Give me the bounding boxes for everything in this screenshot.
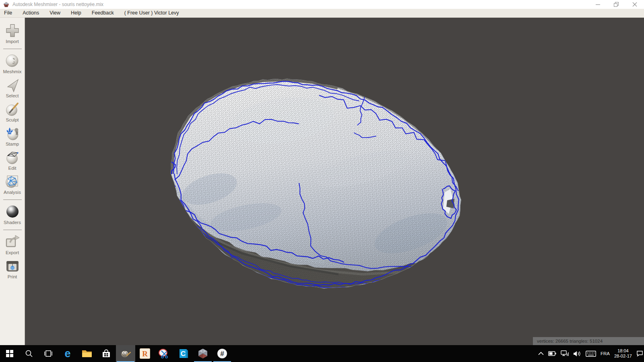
minimize-button[interactable] [588, 0, 607, 9]
tool-label: Edit [8, 166, 17, 171]
meshmix-face-sphere-icon [4, 53, 20, 69]
sidebar-item-shaders[interactable]: Shaders [4, 204, 21, 225]
sidebar-item-export[interactable]: Export [4, 234, 21, 255]
svg-text:C: C [181, 350, 186, 358]
minimize-icon [596, 2, 600, 7]
windows-logo-icon [6, 350, 13, 357]
svg-text:R: R [142, 350, 148, 358]
search-icon [25, 350, 33, 358]
titlebar[interactable]: Autodesk Meshmixer - souris nettoyée.mix [0, 0, 644, 9]
sidebar-divider [3, 49, 22, 49]
analysis-mesh-sphere-icon [4, 173, 20, 189]
meshmixer-app-icon [3, 2, 9, 8]
sidebar-divider [3, 230, 22, 230]
menu-help[interactable]: Help [66, 9, 87, 17]
menu-view[interactable]: View [44, 9, 66, 17]
task-view-icon [44, 350, 53, 357]
menu-feedback[interactable]: Feedback [87, 9, 119, 17]
clock-date: 28-02-17 [614, 354, 632, 359]
status-bar: vertices: 26665 triangles: 51024 [533, 337, 644, 345]
close-button[interactable] [625, 0, 644, 9]
window-title: Autodesk Meshmixer - souris nettoyée.mix [12, 2, 103, 7]
menu-account[interactable]: ( Free User ) Victor Levy [119, 9, 184, 17]
menu-actions[interactable]: Actions [17, 9, 44, 17]
scissors-icon [159, 348, 170, 359]
sidebar-item-edit[interactable]: Edit [4, 149, 21, 171]
start-button[interactable] [0, 345, 19, 362]
close-icon [632, 2, 637, 7]
edge-icon: e [64, 348, 70, 359]
taskbar-app-file-explorer[interactable] [77, 345, 97, 362]
sculpt-brush-sphere-icon [4, 101, 21, 117]
chevron-up-icon[interactable] [538, 352, 544, 356]
taskbar-search-button[interactable] [19, 345, 39, 362]
tool-label: Select [6, 93, 19, 98]
restore-icon [614, 2, 619, 7]
tool-label: Import [6, 39, 19, 44]
tool-sidebar: Import Meshmix Select Sculpt [0, 18, 25, 345]
sidebar-item-sculpt[interactable]: Sculpt [4, 101, 21, 122]
viewport-3d[interactable]: vertices: 26665 triangles: 51024 [25, 18, 644, 345]
language-indicator[interactable]: FRA [601, 351, 610, 356]
export-arrow-icon [4, 234, 21, 250]
sidebar-item-analysis[interactable]: Analysis [4, 173, 21, 195]
sidebar-item-import[interactable]: Import [4, 23, 21, 44]
print-3dprinter-icon [4, 258, 21, 274]
task-view-button[interactable] [39, 345, 58, 362]
sidebar-item-meshmix[interactable]: Meshmix [3, 53, 21, 74]
system-tray: FRA 18:0428-02-17 [538, 345, 644, 362]
import-plus-icon [4, 23, 21, 39]
tool-label: Stamp [6, 142, 19, 146]
gimp-icon [120, 349, 131, 358]
action-center-icon[interactable] [636, 350, 643, 357]
clock-time: 18:04 [614, 348, 632, 354]
restore-button[interactable] [607, 0, 625, 9]
sidebar-item-stamp[interactable]: Stamp [4, 125, 21, 146]
edit-wireframe-sphere-icon [4, 149, 21, 165]
taskbar-app-hash[interactable]: # [213, 345, 232, 362]
sidebar-item-print[interactable]: Print [4, 258, 21, 279]
menu-file[interactable]: File [0, 9, 17, 17]
tool-label: Export [6, 250, 19, 255]
revit-icon: R [140, 348, 150, 359]
file-explorer-icon [82, 349, 92, 358]
svg-text:#: # [220, 350, 224, 358]
stamp-fleur-icon [4, 125, 21, 141]
clock[interactable]: 18:0428-02-17 [614, 348, 632, 359]
taskbar: e R [0, 345, 644, 362]
tool-label: Meshmix [3, 69, 21, 74]
tool-label: Print [8, 274, 17, 279]
sidebar-divider [3, 200, 22, 200]
tool-label: Shaders [4, 220, 21, 225]
mesh-model-mouse [25, 18, 644, 345]
keyboard-icon[interactable] [586, 351, 596, 357]
taskbar-app-snipping[interactable] [155, 345, 174, 362]
taskbar-app-meshmixer[interactable] [193, 345, 213, 362]
taskbar-app-gimp[interactable] [116, 345, 135, 362]
taskbar-app-revit[interactable]: R [135, 345, 155, 362]
cura-icon: C [178, 348, 189, 359]
shaders-chrome-sphere-icon [4, 204, 21, 220]
meshmixer-polyhedron-icon [198, 348, 208, 359]
taskbar-app-edge[interactable]: e [58, 345, 77, 362]
taskbar-app-store[interactable] [97, 345, 116, 362]
sidebar-item-select[interactable]: Select [4, 77, 21, 98]
tool-label: Sculpt [6, 117, 19, 122]
battery-icon[interactable] [548, 351, 556, 356]
network-icon[interactable] [561, 350, 569, 357]
tool-label: Analysis [4, 190, 21, 195]
volume-icon[interactable] [573, 351, 581, 357]
store-icon [101, 349, 111, 358]
menubar: File Actions View Help Feedback ( Free U… [0, 9, 644, 18]
select-arrow-icon [4, 77, 21, 93]
hash-app-icon: # [217, 348, 227, 359]
taskbar-app-cura[interactable]: C [174, 345, 193, 362]
